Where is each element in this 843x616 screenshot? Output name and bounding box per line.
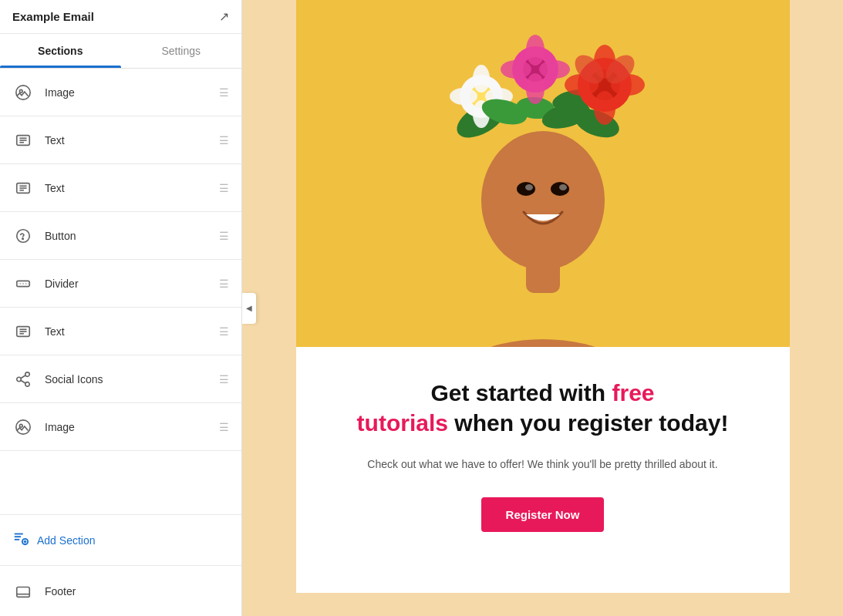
drag-handle[interactable]: ☰ (219, 230, 229, 242)
collapse-panel-handle[interactable]: ◀ (242, 293, 256, 324)
list-item[interactable]: Text ☰ (0, 164, 241, 212)
section-label: Image (45, 86, 219, 99)
tab-sections[interactable]: Sections (0, 34, 121, 68)
register-now-button[interactable]: Register Now (481, 497, 605, 532)
svg-point-20 (25, 382, 30, 386)
drag-handle[interactable]: ☰ (219, 278, 229, 290)
section-label: Text (45, 182, 219, 194)
text-icon (12, 321, 34, 342)
svg-point-61 (473, 65, 490, 93)
drag-handle[interactable]: ☰ (219, 373, 229, 385)
svg-point-23 (16, 419, 30, 433)
footer-icon (12, 581, 34, 602)
headline-pink-free: free (612, 380, 655, 406)
drag-handle[interactable]: ☰ (219, 325, 229, 338)
image-icon (12, 416, 34, 438)
text-icon (12, 177, 34, 199)
footer-section-item[interactable]: Footer (0, 565, 241, 616)
external-link-icon[interactable]: ↗ (219, 9, 229, 24)
add-section-button[interactable]: Add Section (0, 514, 241, 565)
headline-text-3: when you register today! (448, 410, 728, 436)
tab-settings[interactable]: Settings (121, 34, 242, 68)
svg-point-48 (594, 91, 615, 125)
text-icon (12, 130, 34, 151)
section-label: Social Icons (45, 373, 219, 385)
drag-handle[interactable]: ☰ (219, 86, 229, 99)
svg-point-18 (25, 372, 30, 376)
svg-point-36 (481, 131, 605, 270)
right-panel: ◀ (242, 0, 843, 616)
add-section-icon (12, 530, 29, 550)
svg-point-39 (525, 184, 533, 190)
svg-line-21 (21, 375, 25, 378)
section-label: Text (45, 134, 219, 146)
tabs-row: Sections Settings (0, 34, 241, 69)
preview-headline: Get started with freetutorials when you … (342, 378, 744, 438)
divider-icon (12, 273, 34, 295)
svg-line-22 (21, 380, 25, 383)
add-section-label: Add Section (37, 534, 96, 547)
section-label: Text (45, 325, 219, 338)
section-label: Button (45, 230, 219, 242)
list-item[interactable]: Text ☰ (0, 308, 241, 355)
list-item[interactable]: Image ☰ (0, 69, 241, 116)
button-icon (12, 225, 34, 247)
svg-point-58 (539, 60, 570, 79)
panel-title: Example Email (12, 10, 94, 23)
list-item[interactable]: Button ☰ (0, 212, 241, 260)
preview-hero-image (296, 0, 790, 347)
image-icon (12, 82, 34, 103)
svg-rect-31 (17, 587, 30, 597)
footer-label: Footer (45, 585, 229, 597)
sections-list: Image ☰ Text ☰ (0, 69, 241, 514)
svg-point-0 (16, 85, 30, 99)
headline-pink-tutorials: tutorials (357, 410, 448, 436)
panel-header: Example Email ↗ (0, 0, 241, 34)
list-item[interactable]: Divider ☰ (0, 260, 241, 308)
svg-point-19 (17, 377, 22, 382)
drag-handle[interactable]: ☰ (219, 134, 229, 146)
svg-point-57 (501, 60, 531, 79)
drag-handle[interactable]: ☰ (219, 182, 229, 194)
list-item[interactable]: Social Icons ☰ (0, 355, 241, 403)
svg-point-40 (559, 184, 567, 190)
left-panel: Example Email ↗ Sections Settings Image … (0, 0, 242, 616)
email-preview: Get started with freetutorials when you … (296, 0, 790, 593)
preview-content-area: Get started with freetutorials when you … (296, 347, 790, 563)
social-icon (12, 369, 34, 390)
list-item[interactable]: Image ☰ (0, 403, 241, 451)
svg-point-63 (450, 88, 477, 105)
section-label: Image (45, 421, 219, 433)
svg-point-11 (22, 237, 23, 238)
svg-point-55 (526, 35, 545, 66)
preview-subtext: Check out what we have to offer! We thin… (342, 456, 744, 473)
headline-text-1: Get started with (430, 380, 612, 406)
svg-point-1 (19, 89, 22, 93)
svg-point-56 (526, 73, 545, 104)
svg-point-24 (19, 424, 22, 427)
drag-handle[interactable]: ☰ (219, 421, 229, 433)
section-label: Divider (45, 278, 219, 290)
list-item[interactable]: Text ☰ (0, 116, 241, 164)
